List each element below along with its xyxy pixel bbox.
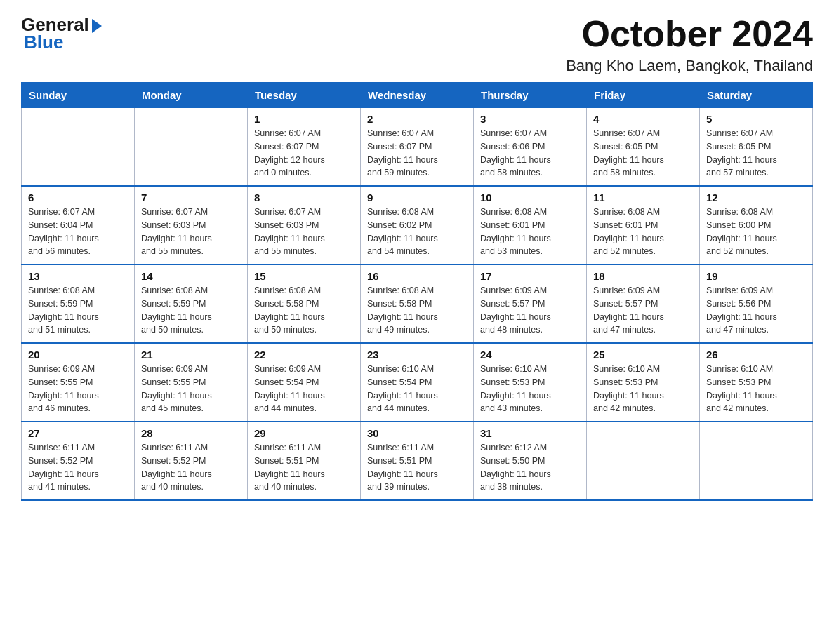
- day-info: Sunrise: 6:11 AMSunset: 5:51 PMDaylight:…: [254, 441, 354, 494]
- table-row: 19Sunrise: 6:09 AMSunset: 5:56 PMDayligh…: [700, 264, 813, 343]
- day-number: 19: [706, 270, 806, 282]
- table-row: 7Sunrise: 6:07 AMSunset: 6:03 PMDaylight…: [135, 186, 248, 264]
- day-number: 14: [141, 270, 241, 282]
- table-row: [135, 108, 248, 187]
- table-row: 22Sunrise: 6:09 AMSunset: 5:54 PMDayligh…: [248, 343, 361, 422]
- day-info: Sunrise: 6:11 AMSunset: 5:51 PMDaylight:…: [367, 441, 467, 494]
- day-info: Sunrise: 6:08 AMSunset: 6:02 PMDaylight:…: [367, 206, 467, 258]
- table-row: 4Sunrise: 6:07 AMSunset: 6:05 PMDaylight…: [587, 108, 700, 187]
- table-row: 11Sunrise: 6:08 AMSunset: 6:01 PMDayligh…: [587, 186, 700, 264]
- day-info: Sunrise: 6:07 AMSunset: 6:03 PMDaylight:…: [254, 206, 354, 258]
- day-number: 18: [593, 270, 693, 282]
- calendar-header-row: Sunday Monday Tuesday Wednesday Thursday…: [22, 83, 813, 108]
- calendar-week-row: 13Sunrise: 6:08 AMSunset: 5:59 PMDayligh…: [22, 264, 813, 343]
- table-row: 30Sunrise: 6:11 AMSunset: 5:51 PMDayligh…: [361, 422, 474, 500]
- page-header: General Blue October 2024 Bang Kho Laem,…: [21, 14, 813, 75]
- table-row: 3Sunrise: 6:07 AMSunset: 6:06 PMDaylight…: [474, 108, 587, 187]
- col-wednesday: Wednesday: [361, 83, 474, 108]
- table-row: 6Sunrise: 6:07 AMSunset: 6:04 PMDaylight…: [22, 186, 135, 264]
- table-row: 28Sunrise: 6:11 AMSunset: 5:52 PMDayligh…: [135, 422, 248, 500]
- day-number: 30: [367, 427, 467, 439]
- col-saturday: Saturday: [700, 83, 813, 108]
- day-number: 13: [28, 270, 128, 282]
- day-number: 10: [480, 192, 580, 203]
- table-row: 18Sunrise: 6:09 AMSunset: 5:57 PMDayligh…: [587, 264, 700, 343]
- day-info: Sunrise: 6:08 AMSunset: 5:58 PMDaylight:…: [254, 284, 354, 337]
- page-title: October 2024: [566, 14, 813, 54]
- table-row: 25Sunrise: 6:10 AMSunset: 5:53 PMDayligh…: [587, 343, 700, 422]
- calendar-week-row: 6Sunrise: 6:07 AMSunset: 6:04 PMDaylight…: [22, 186, 813, 264]
- day-number: 9: [367, 192, 467, 203]
- day-number: 20: [28, 349, 128, 361]
- page-subtitle: Bang Kho Laem, Bangkok, Thailand: [566, 57, 813, 75]
- day-number: 29: [254, 427, 354, 439]
- day-info: Sunrise: 6:07 AMSunset: 6:07 PMDaylight:…: [254, 127, 354, 180]
- col-thursday: Thursday: [474, 83, 587, 108]
- table-row: 31Sunrise: 6:12 AMSunset: 5:50 PMDayligh…: [474, 422, 587, 500]
- day-number: 31: [480, 427, 580, 439]
- day-info: Sunrise: 6:08 AMSunset: 6:01 PMDaylight:…: [480, 206, 580, 258]
- table-row: 15Sunrise: 6:08 AMSunset: 5:58 PMDayligh…: [248, 264, 361, 343]
- day-number: 5: [706, 113, 806, 125]
- day-number: 26: [706, 349, 806, 361]
- day-info: Sunrise: 6:09 AMSunset: 5:57 PMDaylight:…: [480, 284, 580, 337]
- day-number: 2: [367, 113, 467, 125]
- day-info: Sunrise: 6:07 AMSunset: 6:04 PMDaylight:…: [28, 206, 128, 258]
- table-row: 21Sunrise: 6:09 AMSunset: 5:55 PMDayligh…: [135, 343, 248, 422]
- table-row: 12Sunrise: 6:08 AMSunset: 6:00 PMDayligh…: [700, 186, 813, 264]
- day-info: Sunrise: 6:10 AMSunset: 5:53 PMDaylight:…: [593, 363, 693, 415]
- day-info: Sunrise: 6:09 AMSunset: 5:54 PMDaylight:…: [254, 363, 354, 415]
- table-row: 29Sunrise: 6:11 AMSunset: 5:51 PMDayligh…: [248, 422, 361, 500]
- calendar-table: Sunday Monday Tuesday Wednesday Thursday…: [21, 82, 813, 501]
- col-friday: Friday: [587, 83, 700, 108]
- col-sunday: Sunday: [22, 83, 135, 108]
- day-info: Sunrise: 6:09 AMSunset: 5:55 PMDaylight:…: [141, 363, 241, 415]
- day-number: 27: [28, 427, 128, 439]
- table-row: 13Sunrise: 6:08 AMSunset: 5:59 PMDayligh…: [22, 264, 135, 343]
- day-number: 25: [593, 349, 693, 361]
- table-row: 16Sunrise: 6:08 AMSunset: 5:58 PMDayligh…: [361, 264, 474, 343]
- table-row: 1Sunrise: 6:07 AMSunset: 6:07 PMDaylight…: [248, 108, 361, 187]
- day-info: Sunrise: 6:11 AMSunset: 5:52 PMDaylight:…: [28, 441, 128, 494]
- day-number: 8: [254, 192, 354, 203]
- table-row: 20Sunrise: 6:09 AMSunset: 5:55 PMDayligh…: [22, 343, 135, 422]
- day-number: 6: [28, 192, 128, 203]
- day-number: 3: [480, 113, 580, 125]
- table-row: [587, 422, 700, 500]
- day-info: Sunrise: 6:09 AMSunset: 5:56 PMDaylight:…: [706, 284, 806, 337]
- day-info: Sunrise: 6:08 AMSunset: 5:59 PMDaylight:…: [28, 284, 128, 337]
- day-number: 4: [593, 113, 693, 125]
- table-row: 2Sunrise: 6:07 AMSunset: 6:07 PMDaylight…: [361, 108, 474, 187]
- col-tuesday: Tuesday: [248, 83, 361, 108]
- table-row: 27Sunrise: 6:11 AMSunset: 5:52 PMDayligh…: [22, 422, 135, 500]
- table-row: 5Sunrise: 6:07 AMSunset: 6:05 PMDaylight…: [700, 108, 813, 187]
- table-row: 23Sunrise: 6:10 AMSunset: 5:54 PMDayligh…: [361, 343, 474, 422]
- day-info: Sunrise: 6:12 AMSunset: 5:50 PMDaylight:…: [480, 441, 580, 494]
- day-number: 12: [706, 192, 806, 203]
- table-row: [700, 422, 813, 500]
- day-number: 24: [480, 349, 580, 361]
- day-info: Sunrise: 6:11 AMSunset: 5:52 PMDaylight:…: [141, 441, 241, 494]
- table-row: 26Sunrise: 6:10 AMSunset: 5:53 PMDayligh…: [700, 343, 813, 422]
- title-block: October 2024 Bang Kho Laem, Bangkok, Tha…: [566, 14, 813, 75]
- day-number: 22: [254, 349, 354, 361]
- day-number: 7: [141, 192, 241, 203]
- logo-blue-text: Blue: [24, 32, 63, 53]
- calendar-week-row: 1Sunrise: 6:07 AMSunset: 6:07 PMDaylight…: [22, 108, 813, 187]
- day-number: 28: [141, 427, 241, 439]
- table-row: 10Sunrise: 6:08 AMSunset: 6:01 PMDayligh…: [474, 186, 587, 264]
- col-monday: Monday: [135, 83, 248, 108]
- day-number: 15: [254, 270, 354, 282]
- table-row: 24Sunrise: 6:10 AMSunset: 5:53 PMDayligh…: [474, 343, 587, 422]
- day-info: Sunrise: 6:08 AMSunset: 6:01 PMDaylight:…: [593, 206, 693, 258]
- day-number: 23: [367, 349, 467, 361]
- day-info: Sunrise: 6:07 AMSunset: 6:07 PMDaylight:…: [367, 127, 467, 180]
- table-row: 17Sunrise: 6:09 AMSunset: 5:57 PMDayligh…: [474, 264, 587, 343]
- day-info: Sunrise: 6:10 AMSunset: 5:53 PMDaylight:…: [706, 363, 806, 415]
- day-info: Sunrise: 6:08 AMSunset: 5:59 PMDaylight:…: [141, 284, 241, 337]
- day-info: Sunrise: 6:08 AMSunset: 5:58 PMDaylight:…: [367, 284, 467, 337]
- day-number: 1: [254, 113, 354, 125]
- day-info: Sunrise: 6:07 AMSunset: 6:03 PMDaylight:…: [141, 206, 241, 258]
- day-info: Sunrise: 6:09 AMSunset: 5:57 PMDaylight:…: [593, 284, 693, 337]
- day-info: Sunrise: 6:10 AMSunset: 5:54 PMDaylight:…: [367, 363, 467, 415]
